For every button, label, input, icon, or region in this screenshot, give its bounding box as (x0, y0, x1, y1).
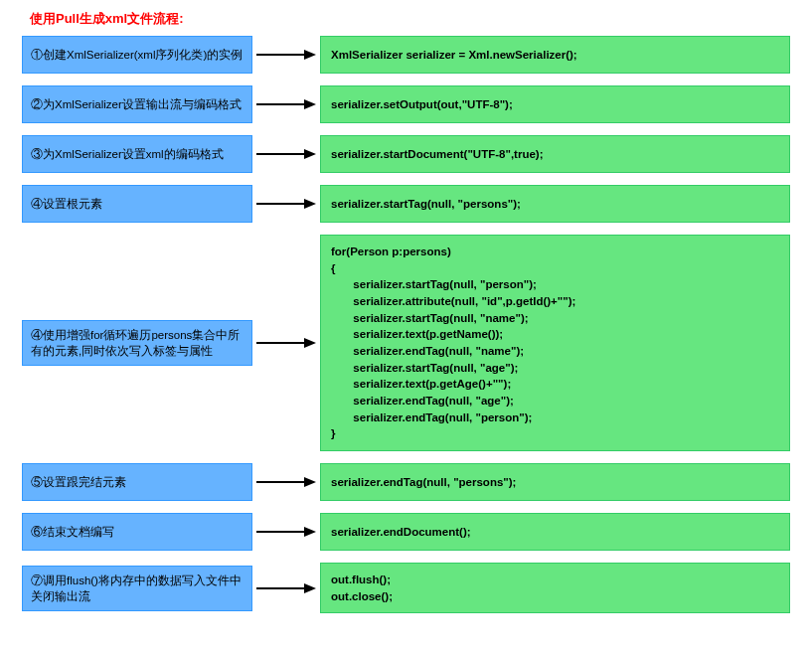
step-box-6: ⑤设置跟完结元素 (22, 463, 252, 501)
svg-marker-1 (304, 50, 316, 60)
step-box-2: ②为XmlSerializer设置输出流与编码格式 (22, 85, 252, 123)
svg-marker-5 (304, 149, 316, 159)
svg-marker-3 (304, 99, 316, 109)
step-box-5: ④使用增强for循环遍历persons集合中所有的元素,同时依次写入标签与属性 (22, 320, 252, 366)
step-row: ⑤设置跟完结元素 serializer.endTag(null, "person… (22, 463, 790, 501)
step-row: ④设置根元素 serializer.startTag(null, "person… (22, 185, 790, 223)
arrow-icon (252, 147, 320, 161)
arrow-icon (252, 581, 320, 595)
arrow-icon (252, 97, 320, 111)
step-row: ①创建XmlSerializer(xml序列化类)的实例 XmlSerializ… (22, 36, 790, 74)
code-box-4: serializer.startTag(null, "persons"); (320, 185, 790, 223)
step-row: ②为XmlSerializer设置输出流与编码格式 serializer.set… (22, 85, 790, 123)
step-row: ④使用增强for循环遍历persons集合中所有的元素,同时依次写入标签与属性 … (22, 235, 790, 451)
svg-marker-9 (304, 338, 316, 348)
arrow-icon (252, 525, 320, 539)
step-box-8: ⑦调用flush()将内存中的数据写入文件中关闭输出流 (22, 566, 252, 611)
code-box-6: serializer.endTag(null, "persons"); (320, 463, 790, 501)
step-box-4: ④设置根元素 (22, 185, 252, 223)
step-row: ⑦调用flush()将内存中的数据写入文件中关闭输出流 out.flush();… (22, 563, 790, 613)
arrow-icon (252, 475, 320, 489)
step-row: ⑥结束文档编写 serializer.endDocument(); (22, 513, 790, 551)
svg-marker-11 (304, 477, 316, 487)
code-box-2: serializer.setOutput(out,"UTF-8"); (320, 85, 790, 123)
step-row: ③为XmlSerializer设置xml的编码格式 serializer.sta… (22, 135, 790, 173)
code-box-3: serializer.startDocument("UTF-8",true); (320, 135, 790, 173)
step-box-7: ⑥结束文档编写 (22, 513, 252, 551)
step-box-3: ③为XmlSerializer设置xml的编码格式 (22, 135, 252, 173)
diagram-title: 使用Pull生成xml文件流程: (30, 10, 184, 28)
code-box-7: serializer.endDocument(); (320, 513, 790, 551)
code-box-5: for(Person p:persons) { serializer.start… (320, 235, 790, 451)
code-box-1: XmlSerializer serializer = Xml.newSerial… (320, 36, 790, 74)
arrow-icon (252, 48, 320, 62)
svg-marker-7 (304, 199, 316, 209)
diagram-rows: ①创建XmlSerializer(xml序列化类)的实例 XmlSerializ… (22, 36, 790, 625)
arrow-icon (252, 336, 320, 350)
step-box-1: ①创建XmlSerializer(xml序列化类)的实例 (22, 36, 252, 74)
svg-marker-15 (304, 583, 316, 593)
arrow-icon (252, 197, 320, 211)
svg-marker-13 (304, 527, 316, 537)
code-box-8: out.flush(); out.close(); (320, 563, 790, 613)
